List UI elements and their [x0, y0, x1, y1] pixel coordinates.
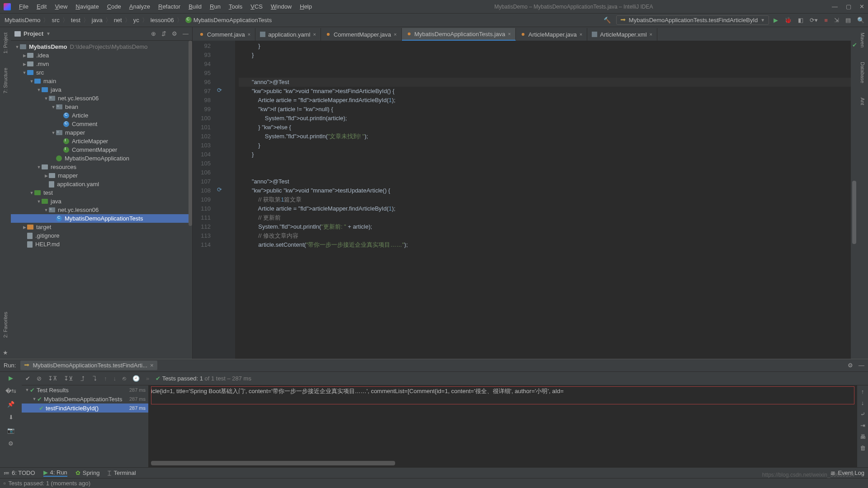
prev-icon[interactable]: ↑ — [104, 375, 107, 382]
menu-tools[interactable]: Tools — [225, 2, 246, 11]
close-icon[interactable]: × — [580, 32, 582, 37]
check-icon[interactable]: ✔ — [25, 375, 30, 382]
tree-row[interactable]: ▼main — [11, 77, 192, 85]
minimize-icon[interactable]: — — [832, 3, 838, 10]
close-icon[interactable]: × — [394, 32, 396, 37]
editor-tab[interactable]: CommentMapper.java× — [321, 28, 402, 41]
tree-row[interactable]: Article — [11, 111, 192, 120]
tree-row[interactable]: Comment — [11, 120, 192, 128]
test-tree-row[interactable]: ▼✔MybatisDemoApplicationTests287 ms — [22, 394, 148, 404]
favorites-tool-button[interactable]: 2: Favorites — [3, 309, 8, 340]
breadcrumb-item[interactable]: src — [51, 17, 60, 23]
tree-row[interactable]: ▼java — [11, 85, 192, 94]
editor-tab[interactable]: Comment.java× — [194, 28, 255, 41]
tree-row[interactable]: ▼bean — [11, 103, 192, 111]
tree-row[interactable]: MybatisDemoApplication — [11, 154, 192, 163]
tree-row[interactable]: MybatisDemoApplicationTests — [11, 214, 192, 223]
tree-row[interactable]: ▼net.yc.lesson06 — [11, 206, 192, 214]
sort2-icon[interactable]: ↧⊻ — [64, 375, 73, 382]
menu-build[interactable]: Build — [185, 2, 205, 11]
test-tree[interactable]: ▼✔Test Results287 ms▼✔MybatisDemoApplica… — [22, 385, 148, 467]
menu-edit[interactable]: Edit — [33, 2, 50, 11]
hide-icon[interactable]: — — [183, 30, 189, 37]
gear-icon[interactable]: ⚙ — [172, 30, 177, 37]
tree-row[interactable]: ▶.idea — [11, 51, 192, 60]
expand-icon[interactable]: ⇵ — [161, 30, 166, 37]
tree-row[interactable]: ▶.mvn — [11, 60, 192, 68]
tree-row[interactable]: .gitignore — [11, 231, 192, 240]
tree-row[interactable]: ▼java — [11, 197, 192, 206]
scrollbar-thumb[interactable] — [189, 41, 192, 226]
tree-row[interactable]: ▶mapper — [11, 171, 192, 180]
menu-vcs[interactable]: VCS — [247, 2, 266, 11]
project-view-label[interactable]: Project — [24, 30, 43, 37]
menu-run[interactable]: Run — [206, 2, 224, 11]
tree-row[interactable]: ▼mapper — [11, 128, 192, 137]
coverage-icon[interactable]: ◧ — [798, 17, 803, 23]
tree-row[interactable]: application.yaml — [11, 180, 192, 188]
up-icon[interactable]: ↑ — [861, 388, 864, 395]
run-config-dropdown[interactable]: ⮕ MybatisDemoApplicationTests.testFindAr… — [616, 15, 769, 25]
close-icon[interactable]: × — [150, 362, 154, 369]
project-tool-button[interactable]: 1: Project — [3, 30, 8, 56]
override-icon[interactable]: ⟳ — [217, 186, 223, 192]
search-icon[interactable]: 🔍 — [857, 17, 864, 23]
down-icon[interactable]: ⬇ — [9, 414, 14, 421]
export-icon[interactable]: ⎋ — [123, 375, 126, 382]
close-icon[interactable]: × — [508, 31, 510, 37]
menu-navigate[interactable]: Navigate — [72, 2, 102, 11]
horizontal-scrollbar[interactable] — [151, 461, 395, 465]
menu-help[interactable]: Help — [296, 2, 316, 11]
clear-icon[interactable]: 🗑 — [860, 445, 866, 451]
ant-tool-button[interactable]: Ant — [860, 95, 865, 108]
menu-refactor[interactable]: Refactor — [155, 2, 184, 11]
pin-icon[interactable]: 📌 — [7, 401, 14, 408]
console[interactable]: icle{id=1, title='Spring Boot基础入门', cont… — [148, 385, 868, 467]
breadcrumb-item[interactable]: MybatisDemoApplicationTests — [184, 17, 273, 23]
toggle-icon[interactable]: �⇆ — [5, 388, 16, 394]
breadcrumb-item[interactable]: lesson06 — [150, 17, 175, 23]
close-icon[interactable]: ✕ — [859, 3, 864, 10]
next-icon[interactable]: ↓ — [113, 375, 117, 382]
print-icon[interactable]: 🖶 — [860, 433, 866, 440]
build-icon[interactable]: 🔨 — [604, 17, 611, 23]
sort-icon[interactable]: ↧⊼ — [48, 375, 57, 382]
tree-row[interactable]: CommentMapper — [11, 145, 192, 154]
override-icon[interactable]: ⟳ — [217, 87, 223, 93]
menu-window[interactable]: Window — [267, 2, 295, 11]
gear-icon[interactable]: ⚙ — [848, 362, 853, 369]
editor-tab[interactable]: ArticleMapper.java× — [516, 28, 587, 41]
structure-tool-button[interactable]: 7: Structure — [3, 65, 8, 96]
tree-row[interactable]: HELP.md — [11, 240, 192, 249]
database-tool-button[interactable]: Database — [860, 59, 865, 86]
test-tree-row[interactable]: ✔testFindArticleById()287 ms — [22, 404, 148, 413]
profile-icon[interactable]: ⟳▾ — [810, 17, 818, 23]
close-icon[interactable]: × — [248, 32, 250, 37]
menu-view[interactable]: View — [51, 2, 71, 11]
history-icon[interactable]: 🕘 — [132, 375, 140, 382]
scrollbar-thumb[interactable] — [852, 181, 856, 244]
test-tree-row[interactable]: ▼✔Test Results287 ms — [22, 385, 148, 394]
breadcrumb-item[interactable]: net — [113, 17, 123, 23]
close-icon[interactable]: × — [313, 32, 316, 37]
tree-row[interactable]: ▼MybatisDemoD:\IdeaProjects\MybatisDemo — [11, 42, 192, 51]
scroll-icon[interactable]: ⇥ — [860, 422, 865, 429]
tree-row[interactable]: ▼net.yc.lesson06 — [11, 94, 192, 103]
breadcrumb-item[interactable]: java — [91, 17, 104, 23]
project-tree[interactable]: ▼MybatisDemoD:\IdeaProjects\MybatisDemo▶… — [11, 41, 192, 359]
spring-button[interactable]: ✿Spring — [75, 469, 100, 476]
code-area[interactable]: } } "anno">@Test "kw">public "kw">void "… — [235, 41, 857, 359]
rerun-icon[interactable]: ▶ — [9, 375, 13, 381]
menu-code[interactable]: Code — [104, 2, 125, 11]
chevron-down-icon[interactable]: ▼ — [46, 31, 51, 36]
tree-row[interactable]: ArticleMapper — [11, 137, 192, 145]
ignore-icon[interactable]: ⊘ — [37, 375, 42, 382]
todo-button[interactable]: ≔6: TODO — [4, 469, 35, 476]
settings-icon[interactable]: ⚙ — [8, 440, 14, 447]
breadcrumb-item[interactable]: MybatisDemo — [4, 17, 41, 23]
menu-analyze[interactable]: Analyze — [126, 2, 154, 11]
tree-row[interactable]: ▼src — [11, 68, 192, 77]
collapse-all-icon[interactable]: ⮧ — [92, 375, 98, 382]
maximize-icon[interactable]: ▢ — [846, 3, 851, 10]
breadcrumb-item[interactable]: yc — [132, 17, 140, 23]
